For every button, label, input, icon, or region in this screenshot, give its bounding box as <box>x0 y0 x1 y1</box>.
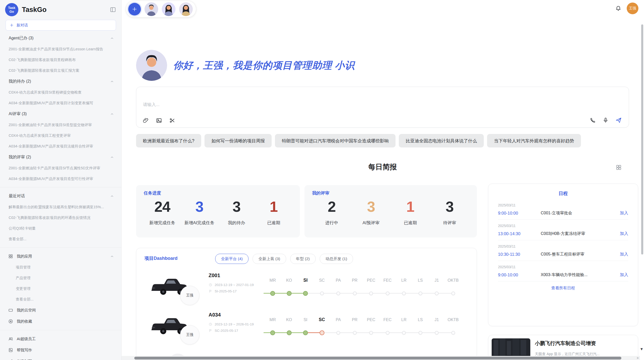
agent-avatar-3[interactable] <box>179 2 193 16</box>
suggestion-chip[interactable]: 欧洲新规最近颁布了什么? <box>136 134 201 147</box>
suggestion-chip[interactable]: 如何写一份清晰的项目周报 <box>204 134 272 147</box>
scroll-right-arrow[interactable]: ▶ <box>637 356 639 359</box>
sidebar-section-header[interactable]: 我的评审 (2) <box>0 152 121 163</box>
add-agent-button[interactable] <box>128 3 141 16</box>
sidebar-item-my-apps[interactable]: 我的应用 <box>0 251 121 262</box>
scroll-down-arrow[interactable]: ▼ <box>640 347 643 351</box>
view-all-apps-link[interactable]: 查看全部... <box>0 294 121 305</box>
milestone-label: PR <box>347 278 363 283</box>
milestone-dot[interactable] <box>451 331 455 335</box>
recent-conversation-item[interactable]: 公司Q3轻卡销量 <box>0 223 121 234</box>
news-body: 天眼查 App 显示，近日广州汇天飞行汽... <box>535 351 599 356</box>
horizontal-scrollbar[interactable] <box>134 357 621 359</box>
sidebar-item[interactable]: C0X4-动力总成开发项目工程变更评审 <box>0 130 121 141</box>
milestone-dot[interactable] <box>369 331 373 335</box>
stat-label: 进行中 <box>312 220 352 226</box>
milestone-dot[interactable] <box>353 331 357 335</box>
milestone-dot[interactable] <box>319 331 324 335</box>
milestone-dot[interactable] <box>303 331 308 335</box>
suggestion-chip[interactable]: 比亚迪全固态电池计划具体说了什么 <box>399 134 484 147</box>
milestone-dot[interactable] <box>336 292 340 295</box>
view-all-conversations-link[interactable]: 查看全部... <box>0 234 121 244</box>
notification-bell-icon[interactable] <box>615 5 622 12</box>
milestone-dot[interactable] <box>451 292 455 295</box>
new-chat-button[interactable]: 新对话 <box>6 20 116 31</box>
dashboard-tab[interactable]: 年型 (2) <box>290 254 316 264</box>
suggestion-chip[interactable]: 当下年轻人对汽车外观有怎样的喜好趋势 <box>487 134 581 147</box>
sidebar-section-recent-header[interactable]: 最近对话 <box>0 190 121 202</box>
sidebar-item[interactable]: A034-全新新能源MUV产品开发项目法规符合性评审 <box>0 141 121 152</box>
milestone-dot[interactable] <box>402 331 406 335</box>
milestone-dot[interactable] <box>303 291 308 296</box>
milestone-dot[interactable] <box>418 331 422 335</box>
favorites-icon <box>8 319 13 324</box>
dashboard-tab[interactable]: 动总开发 (1) <box>320 254 353 264</box>
recent-conversation-item[interactable]: 解释最新出台的欧盟报废车法规再生塑料比例被调至15%... <box>0 202 121 212</box>
dashboard-tab[interactable]: 全新上装 (3) <box>253 254 286 264</box>
project-code: A034 <box>209 312 254 318</box>
milestone-dot[interactable] <box>402 292 406 295</box>
message-input[interactable] <box>142 101 525 112</box>
sidebar-tool-ai-staff[interactable]: AI超级员工 <box>0 333 121 344</box>
milestone-label: LR <box>396 278 412 283</box>
milestone-dot[interactable] <box>435 331 439 335</box>
milestone-dot[interactable] <box>287 291 291 296</box>
sidebar-item[interactable]: C02-飞腾新能源轻客改款项目立项汇报方案 <box>0 65 121 76</box>
app-item[interactable]: 产品管理 <box>0 273 121 283</box>
milestone-label: PA <box>330 278 346 283</box>
milestone-dot[interactable] <box>270 291 275 296</box>
suggestion-chip[interactable]: 特朗普可能对进口汽车增税会对中国车企造成哪些影响 <box>275 134 396 147</box>
agent-avatar-1[interactable] <box>144 2 158 16</box>
sidebar-item-favorites[interactable]: 我的收藏 <box>0 316 121 327</box>
join-button[interactable]: 加入 <box>620 231 628 236</box>
view-all-schedule-link[interactable]: 查看所有日程 <box>498 286 628 291</box>
cloud-space-icon <box>8 308 13 313</box>
image-icon[interactable] <box>156 117 162 124</box>
milestone-dot[interactable] <box>320 292 324 295</box>
event-time: 9:00-10:00 <box>498 273 541 277</box>
sidebar-section-header[interactable]: AI评审 (3) <box>0 108 121 119</box>
sidebar-item[interactable]: A034-全新新能源MUV产品开发项目造型可行性评审 <box>0 173 121 184</box>
sidebar-item[interactable]: Z001-全新燃油轻卡产品开发项目SI造型提交物评审 <box>0 119 121 130</box>
stat-value: 1 <box>255 198 292 216</box>
app-item[interactable]: 项目管理 <box>0 262 121 273</box>
milestone-dot[interactable] <box>270 331 275 335</box>
sidebar-tool-drawing[interactable]: 创意制图 <box>0 356 121 360</box>
mic-icon[interactable] <box>602 117 609 124</box>
user-avatar[interactable]: 王强 <box>627 3 638 14</box>
join-button[interactable]: 加入 <box>620 251 628 257</box>
sidebar-section-header[interactable]: 我的待办 (2) <box>0 76 121 87</box>
plus-icon <box>131 6 138 12</box>
milestone-dot[interactable] <box>418 292 422 295</box>
dashboard-tab[interactable]: 全新平台 (4) <box>215 254 248 264</box>
milestone-dot[interactable] <box>435 292 439 295</box>
app-item[interactable]: 变更管理 <box>0 283 121 294</box>
milestone-dot[interactable] <box>287 331 291 335</box>
milestone-dot[interactable] <box>386 331 389 335</box>
recent-conversation-item[interactable]: C02-飞腾新能源轻客改款项目的闭环通告反馈情况 <box>0 212 121 223</box>
sidebar-item[interactable]: Z001-全新燃油皮卡产品开发项目SI节点Lesson Learn报告 <box>0 44 121 54</box>
sidebar-section-header[interactable]: Agent已办 (3) <box>0 33 121 44</box>
join-button[interactable]: 加入 <box>620 210 628 216</box>
sidebar-item[interactable]: A034-全新新能源MUV产品开发项目计划变更表编写 <box>0 98 121 108</box>
phone-icon[interactable] <box>590 117 596 124</box>
vertical-scrollbar[interactable] <box>641 24 643 254</box>
collapse-sidebar-icon[interactable] <box>110 6 116 13</box>
sidebar-item[interactable]: C02-飞腾新能源轻客改款项目里程碑画布 <box>0 54 121 65</box>
paperclip-icon[interactable] <box>142 117 149 124</box>
scissors-icon[interactable] <box>169 117 175 124</box>
sidebar-tool-writing[interactable]: 帮我写作 <box>0 344 121 356</box>
sidebar-item[interactable]: C0X4-动力总成开发项目SI里程碑提交物检查 <box>0 87 121 98</box>
sidebar-item-cloud-space[interactable]: 我的云空间 <box>0 305 121 316</box>
join-button[interactable]: 加入 <box>620 272 628 278</box>
milestone-dot[interactable] <box>369 292 373 295</box>
milestone-dot[interactable] <box>353 292 357 295</box>
schedule-event: 2025/03/1110:30-11:30C005-整车工程目标评审加入 <box>498 240 628 261</box>
milestone-dot[interactable] <box>386 292 389 295</box>
milestone-dot[interactable] <box>336 331 340 335</box>
agent-avatar-2[interactable] <box>162 2 175 16</box>
send-icon[interactable] <box>615 117 622 124</box>
sidebar-item[interactable]: Z001-全新燃油轻卡产品开发项目SI节点属性5D文件评审 <box>0 163 121 173</box>
divider <box>0 247 121 248</box>
layout-grid-icon[interactable] <box>616 164 622 171</box>
